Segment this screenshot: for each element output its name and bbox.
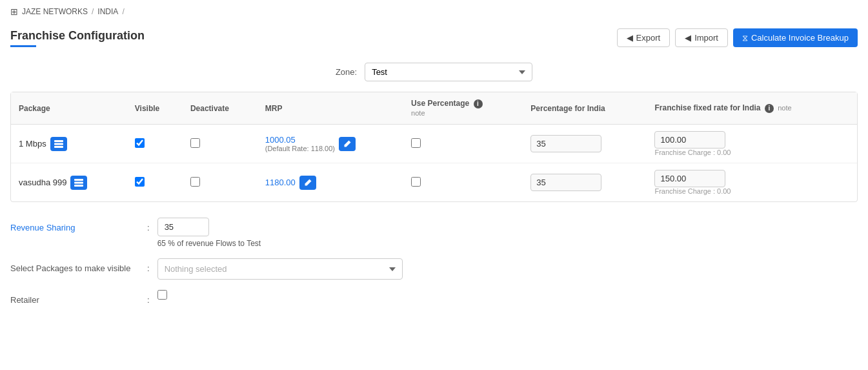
package-badge-1: 1 Mbps [19,137,67,151]
select-packages-control: Nothing selected [157,258,403,280]
mrp-cell-2: 1180.00 [257,163,403,202]
table-row: vasudha 999 1180.00 [11,163,857,202]
breadcrumb-sep-1: / [92,7,94,16]
col-visible: Visible [127,92,183,125]
franchise-charge-2: Franchise Charge : 0.00 [654,187,849,195]
col-mrp: MRP [257,92,403,125]
zone-row: Zone: Test [0,63,868,81]
packages-table-wrapper: Package Visible Deactivate MRP Use Perce… [10,92,858,202]
percentage-india-input-1[interactable] [530,135,601,152]
franchise-rate-input-2[interactable] [654,170,725,187]
calculate-icon: ⧖ [742,33,748,43]
zone-label: Zone: [336,67,357,77]
use-percentage-info-icon: i [474,99,483,108]
breadcrumb-networks[interactable]: JAZE NETWORKS [22,7,88,16]
packages-colon: : [147,258,150,273]
table-row: 1 Mbps 1000.05 (Defa [11,125,857,163]
percentage-india-cell-1 [523,125,647,163]
col-franchise-rate: Franchise fixed rate for India i note [647,92,857,125]
col-deactivate: Deactivate [183,92,257,125]
package-name-2: vasudha 999 [19,178,66,187]
franchise-fixed-note: note [778,104,791,112]
revenue-sharing-row: Revenue Sharing : 65 % of revenue Flows … [10,218,858,248]
franchise-rate-info-icon: i [765,104,774,113]
deactivate-cell-1 [183,125,257,163]
deactivate-cell-2 [183,163,257,202]
svg-rect-4 [74,181,83,183]
retailer-colon: : [147,290,150,305]
deactivate-checkbox-2[interactable] [190,177,200,187]
mrp-edit-btn-1[interactable] [339,137,356,151]
package-stack-btn-2[interactable] [70,176,87,190]
select-packages-dropdown[interactable]: Nothing selected [157,258,403,280]
package-cell-1: 1 Mbps [11,125,127,163]
export-label: Export [636,33,661,43]
select-packages-label: Select Packages to make visible [10,258,139,273]
package-badge-2: vasudha 999 [19,176,87,190]
revenue-colon: : [147,218,150,232]
package-stack-btn-1[interactable] [50,137,67,151]
use-percentage-cell-2 [403,163,523,202]
network-icon: ⊞ [10,6,18,17]
calculate-label: Calculate Invoice Breakup [751,33,849,43]
import-arrow-icon: ◀ [685,33,691,43]
retailer-row: Retailer : [10,290,858,305]
breadcrumb-sep-2: / [122,7,124,16]
packages-table: Package Visible Deactivate MRP Use Perce… [11,92,857,201]
page-title-block: Franchise Configuration [10,29,145,47]
retailer-label: Retailer [10,290,139,305]
revenue-sharing-label: Revenue Sharing [10,218,139,232]
retailer-control [157,290,167,300]
select-packages-row: Select Packages to make visible : Nothin… [10,258,858,280]
page-header: Franchise Configuration ◀ Export ◀ Impor… [0,23,868,47]
table-header-row: Package Visible Deactivate MRP Use Perce… [11,92,857,125]
header-actions: ◀ Export ◀ Import ⧖ Calculate Invoice Br… [617,28,858,47]
use-percentage-note: note [411,109,425,117]
svg-rect-5 [74,185,83,187]
franchise-charge-1: Franchise Charge : 0.00 [654,149,849,156]
col-package: Package [11,92,127,125]
page-title: Franchise Configuration [10,29,145,43]
mrp-cell-1: 1000.05 (Default Rate: 118.00) [257,125,403,163]
retailer-checkbox[interactable] [157,290,167,300]
use-percentage-checkbox-2[interactable] [411,177,421,187]
bottom-section: Revenue Sharing : 65 % of revenue Flows … [0,202,868,305]
use-percentage-checkbox-1[interactable] [411,138,421,148]
svg-rect-2 [54,146,63,148]
breadcrumb-india[interactable]: INDIA [97,7,118,16]
revenue-sharing-input[interactable] [157,218,209,236]
calculate-invoice-button[interactable]: ⧖ Calculate Invoice Breakup [733,28,858,47]
svg-rect-3 [74,179,83,181]
package-cell-2: vasudha 999 [11,163,127,202]
percentage-india-cell-2 [523,163,647,202]
svg-rect-1 [54,143,63,145]
visible-checkbox-2[interactable] [135,177,145,187]
mrp-value-2: 1180.00 [265,178,296,187]
deactivate-checkbox-1[interactable] [190,138,200,148]
import-label: Import [694,33,718,43]
franchise-rate-cell-1: Franchise Charge : 0.00 [647,125,857,163]
mrp-default-1: (Default Rate: 118.00) [265,145,335,152]
export-button[interactable]: ◀ Export [617,28,671,47]
visible-cell-1 [127,125,183,163]
import-button[interactable]: ◀ Import [675,28,728,47]
franchise-rate-cell-2: Franchise Charge : 0.00 [647,163,857,202]
visible-cell-2 [127,163,183,202]
breadcrumb: ⊞ JAZE NETWORKS / INDIA / [0,0,868,23]
revenue-sharing-control: 65 % of revenue Flows to Test [157,218,261,248]
package-name-1: 1 Mbps [19,139,46,149]
zone-select[interactable]: Test [365,63,532,81]
mrp-edit-btn-2[interactable] [299,176,316,190]
franchise-rate-input-1[interactable] [654,131,725,149]
mrp-value-1: 1000.05 [265,135,335,145]
col-use-percentage: Use Percentage i note [403,92,523,125]
col-percentage-india: Percentage for India [523,92,647,125]
page-title-underline [10,45,36,47]
use-percentage-cell-1 [403,125,523,163]
export-arrow-icon: ◀ [627,33,633,43]
percentage-india-input-2[interactable] [530,174,601,191]
revenue-note: 65 % of revenue Flows to Test [157,239,261,248]
svg-rect-0 [54,140,63,142]
visible-checkbox-1[interactable] [135,138,145,148]
